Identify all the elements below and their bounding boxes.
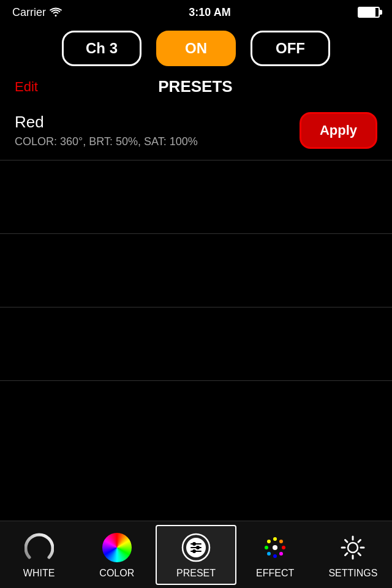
edit-button[interactable]: Edit (15, 79, 38, 95)
preset-sliders-icon (179, 531, 213, 564)
white-arc-icon (23, 531, 56, 564)
preset-name: Red (15, 113, 300, 132)
svg-point-13 (273, 554, 277, 558)
svg-point-15 (265, 546, 268, 549)
svg-point-6 (196, 546, 200, 549)
empty-row-2 (0, 234, 392, 307)
svg-point-5 (192, 542, 196, 546)
svg-point-11 (282, 546, 285, 549)
tab-color-label: COLOR (99, 568, 134, 579)
tab-white-label: WHITE (23, 568, 55, 579)
on-button[interactable]: ON (156, 31, 236, 66)
svg-point-7 (192, 549, 196, 553)
channel-button[interactable]: Ch 3 (62, 31, 141, 66)
preset-item: Red COLOR: 360°, BRT: 50%, SAT: 100% App… (0, 101, 392, 160)
status-time: 3:10 AM (189, 6, 230, 19)
empty-row-3 (0, 307, 392, 381)
preset-info: Red COLOR: 360°, BRT: 50%, SAT: 100% (15, 113, 300, 148)
carrier-text: Carrier (12, 6, 62, 19)
carrier-label: Carrier (12, 6, 46, 19)
tab-bar: WHITE COLOR PRESET (0, 521, 392, 588)
svg-point-10 (279, 540, 283, 543)
settings-gear-icon (336, 531, 369, 564)
color-wheel-icon (100, 531, 134, 564)
svg-point-16 (267, 540, 271, 543)
presets-header: Edit PRESETS (0, 72, 392, 101)
tab-color[interactable]: COLOR (78, 526, 156, 584)
empty-row-1 (0, 160, 392, 234)
apply-button[interactable]: Apply (300, 112, 377, 149)
tab-settings[interactable]: SETTINGS (314, 526, 392, 584)
svg-point-17 (348, 543, 358, 552)
presets-title: PRESETS (50, 77, 377, 96)
battery-icon (358, 7, 380, 18)
tab-effect[interactable]: EFFECT (236, 526, 314, 584)
svg-point-9 (273, 537, 277, 541)
tab-preset-label: PRESET (176, 568, 216, 579)
tab-white[interactable]: WHITE (0, 526, 78, 584)
tab-effect-label: EFFECT (256, 568, 294, 579)
effect-dots-icon (258, 531, 292, 564)
preset-details: COLOR: 360°, BRT: 50%, SAT: 100% (15, 135, 300, 148)
status-bar: Carrier 3:10 AM (0, 0, 392, 24)
wifi-icon (50, 7, 62, 17)
svg-point-14 (267, 552, 271, 556)
preset-list: Red COLOR: 360°, BRT: 50%, SAT: 100% App… (0, 101, 392, 521)
tab-settings-label: SETTINGS (328, 568, 377, 579)
off-button[interactable]: OFF (251, 31, 330, 66)
top-controls: Ch 3 ON OFF (0, 24, 392, 72)
tab-preset[interactable]: PRESET (156, 525, 236, 585)
svg-point-12 (279, 552, 283, 556)
svg-point-8 (273, 545, 277, 550)
